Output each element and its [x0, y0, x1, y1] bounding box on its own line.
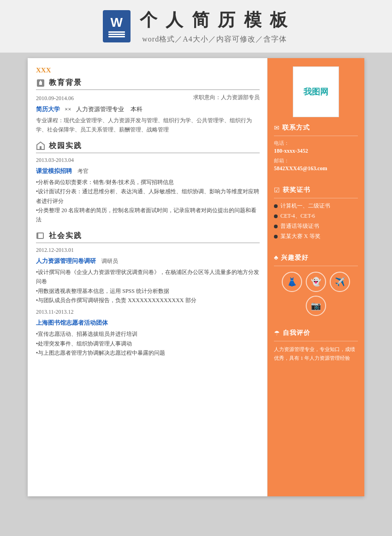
- edu-courses: 专业课程：现代企业管理学、人力资源开发与管理、组织行为学、公共管理学、组织行为学…: [36, 116, 260, 135]
- social-activity1-name: 人力资源管理问卷调研: [36, 257, 96, 264]
- photo-box: 我图网: [293, 66, 339, 117]
- mail-icon: ✉: [274, 124, 279, 132]
- social-bullets1: •设计撰写问卷《企业人力资源管理状况调查问卷》，在杨浦区办公区等人流量多的地方分…: [36, 268, 260, 305]
- hobbies-title: 兴趣爱好: [281, 254, 309, 262]
- page-subtitle: word格式／A4大小／内容可修改／含字体: [140, 35, 290, 44]
- award-text-3: 普通话等级证书: [280, 222, 319, 230]
- edu-degree: 本科: [131, 106, 143, 113]
- campus-icon: [36, 141, 45, 150]
- hobby-icon: ♣: [274, 254, 278, 262]
- social-section: 社会实践 2012.12-2013.01 人力资源管理问卷调研 调研员 •设计撰…: [36, 231, 260, 358]
- social-title: 社会实践: [49, 231, 82, 241]
- eval-icon: ☂: [274, 329, 280, 337]
- phone-label: 电话：: [274, 140, 358, 147]
- awards-header: ☑ 获奖证书: [274, 186, 358, 194]
- header-text: 个 人 简 历 模 板 word格式／A4大小／内容可修改／含字体: [140, 8, 290, 44]
- campus-title: 校园实践: [49, 141, 82, 151]
- cert-dot-3: [274, 225, 278, 228]
- resume-document: XXX 教育背景 2010.09-2014.06 求职意向：人力资源部专员 简历…: [28, 58, 364, 496]
- word-icon-letter: W: [110, 15, 122, 30]
- social-bullets2: •宣传志愿活动、招募选拔组员并进行培训 •处理突发事件、组织协调管理人事调动 •…: [36, 329, 260, 357]
- photo-placeholder: 我图网: [303, 86, 328, 97]
- self-eval-header: ☂ 自我评价: [274, 329, 358, 337]
- svg-rect-2: [39, 82, 42, 85]
- cert-dot-2: [274, 214, 278, 218]
- hobby-icon-1: 👗: [282, 272, 302, 292]
- social-date1: 2012.12-2013.01: [36, 247, 260, 254]
- social-activity1-role: 调研员: [101, 258, 118, 264]
- svg-rect-6: [37, 233, 38, 238]
- campus-bullets: •分析各岗位职责要求：销售/财务/技术员，撰写招聘信息 •设计面试打分表：通过思…: [36, 178, 260, 225]
- cert-dot-4: [274, 235, 278, 238]
- award-item-2: CET-4、CET-6: [274, 212, 358, 220]
- awards-title: 获奖证书: [283, 186, 310, 194]
- contact-section: ✉ 联系方式 电话： 180-xxxx-3452 邮箱： 5842XXX45@1…: [267, 117, 364, 179]
- award-text-1: 计算机一、二级证书: [280, 202, 330, 210]
- campus-bullet-3: •分类整理 20 名应聘者的简历，控制名应聘者面试时间，记录应聘者对岗位提出的问…: [36, 206, 260, 225]
- award-text-2: CET-4、CET-6: [280, 212, 315, 220]
- hobby-icon-2: 👻: [306, 272, 326, 292]
- social-bullet2-2: •处理突发事件、组织协调管理人事调动: [36, 339, 260, 348]
- campus-activity-name: 课堂模拟招聘: [36, 167, 72, 174]
- campus-section: 校园实践 2013.03-2013.04 课堂模拟招聘 考官 •分析各岗位职责要…: [36, 141, 260, 225]
- hobbies-header: ♣ 兴趣爱好: [274, 254, 358, 262]
- social-date2: 2013.11-2013.12: [36, 309, 260, 316]
- award-icon: ☑: [274, 186, 280, 194]
- word-icon: W: [103, 10, 131, 42]
- campus-header: 校园实践: [36, 141, 260, 153]
- education-section: 教育背景 2010.09-2014.06 求职意向：人力资源部专员 简历大学 ×…: [36, 78, 260, 135]
- award-item-1: 计算机一、二级证书: [274, 202, 358, 210]
- hobby-icon-4: 📷: [306, 296, 326, 316]
- edu-major: 人力资源管理专业: [76, 106, 124, 113]
- social-icon: [36, 231, 45, 240]
- education-icon: [36, 78, 45, 88]
- award-item-3: 普通话等级证书: [274, 222, 358, 230]
- edu-date: 2010.09-2014.06: [36, 95, 74, 101]
- social-bullet2-1: •宣传志愿活动、招募选拔组员并进行培训: [36, 329, 260, 339]
- job-intent: 求职意向：人力资源部专员: [193, 94, 260, 101]
- education-title: 教育背景: [49, 78, 82, 88]
- phone-value: 180-xxxx-3452: [274, 148, 358, 155]
- award-item-4: 某某大赛 X 等奖: [274, 232, 358, 240]
- page-header: W 个 人 简 历 模 板 word格式／A4大小／内容可修改／含字体: [0, 0, 392, 53]
- hobby-icon-3: ✈️: [330, 272, 350, 292]
- page-title: 个 人 简 历 模 板: [140, 8, 290, 32]
- contact-title: 联系方式: [282, 124, 310, 132]
- edu-major-prefix: ××: [65, 106, 71, 113]
- campus-date: 2013.03-2013.04: [36, 157, 260, 164]
- social-bullet1-1: •设计撰写问卷《企业人力资源管理状况调查问卷》，在杨浦区办公区等人流量多的地方分…: [36, 268, 260, 286]
- award-text-4: 某某大赛 X 等奖: [280, 232, 321, 240]
- self-eval-text: 人力资源管理专业，专业知口，成绩优秀，具有 1 年人力资源管理经验: [274, 345, 358, 362]
- social-bullet1-2: •用数据透视表整理基本信息，运用 SPSS 统计分析数据: [36, 286, 260, 296]
- campus-bullet-2: •设计面试打分表：通过思维分析、表达沟通、人际敏感性、组织协调、影响力等维度对应…: [36, 187, 260, 206]
- cert-dot-1: [274, 204, 278, 208]
- edu-school: 简历大学: [36, 106, 60, 113]
- campus-role: 考官: [77, 168, 89, 174]
- right-column: 我图网 ✉ 联系方式 电话： 180-xxxx-3452 邮箱： 5842XXX…: [267, 58, 364, 496]
- education-header: 教育背景: [36, 78, 260, 90]
- contact-header: ✉ 联系方式: [274, 124, 358, 132]
- self-eval-title: 自我评价: [283, 329, 310, 337]
- svg-rect-4: [40, 146, 42, 149]
- social-activity2-name: 上海图书馆志愿者活动团体: [36, 319, 108, 326]
- hobby-grid: 👗 👻 ✈️ 📷: [274, 270, 358, 318]
- resume-name: XXX: [36, 66, 260, 74]
- campus-bullet-1: •分析各岗位职责要求：销售/财务/技术员，撰写招聘信息: [36, 178, 260, 187]
- email-value: 5842XXX45@163.com: [274, 165, 358, 172]
- social-header: 社会实践: [36, 231, 260, 243]
- email-label: 邮箱：: [274, 157, 358, 164]
- social-bullet1-3: •与团队成员合作撰写调研报告，负责 XXXXXXXXXXXXXX 部分: [36, 296, 260, 305]
- left-column: XXX 教育背景 2010.09-2014.06 求职意向：人力资源部专员 简历…: [28, 58, 267, 496]
- awards-section: ☑ 获奖证书 计算机一、二级证书 CET-4、CET-6 普通话等级证书 某某大…: [267, 179, 364, 247]
- social-bullet2-3: •与上图志愿者管理方协调解决志愿过程中暴露的问题: [36, 348, 260, 357]
- self-eval-section: ☂ 自我评价 人力资源管理专业，专业知口，成绩优秀，具有 1 年人力资源管理经验: [267, 322, 364, 367]
- hobbies-section: ♣ 兴趣爱好 👗 👻 ✈️ 📷: [267, 247, 364, 322]
